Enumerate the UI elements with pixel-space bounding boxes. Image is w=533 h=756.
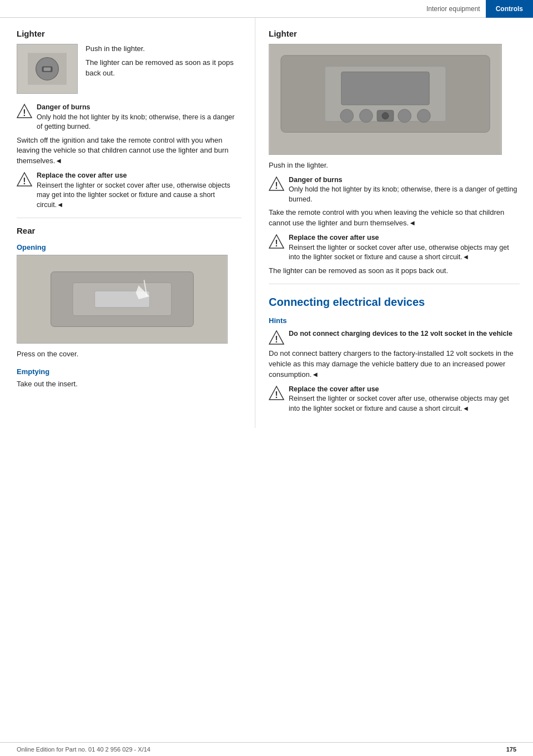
main-content: Lighter Push in the lighter. The lighter…	[0, 18, 533, 428]
hints-subtitle: Hints	[269, 316, 520, 325]
svg-point-20	[398, 109, 411, 123]
divider-2	[269, 284, 520, 284]
connecting-warning2-text: Replace the cover after use Reinsert the…	[289, 385, 520, 414]
left-lighter-para1: Switch off the ignition and take the rem…	[17, 135, 242, 167]
svg-text:!: !	[275, 239, 278, 248]
svg-rect-3	[44, 67, 51, 70]
svg-text:!: !	[275, 181, 278, 190]
right-warning2-body: Reinsert the lighter or socket cover aft…	[289, 244, 509, 261]
footer-text: Online Edition for Part no. 01 40 2 956 …	[17, 746, 150, 753]
warning-icon-2: !	[17, 172, 32, 187]
left-warning2: ! Replace the cover after use Reinsert t…	[17, 171, 242, 210]
right-warning2-title: Replace the cover after use	[289, 234, 379, 241]
connecting-warning-icon-1: !	[269, 330, 284, 345]
connecting-warning1-title: Do not connect charging devices to the 1…	[289, 330, 512, 337]
connecting-warning2: ! Replace the cover after use Reinsert t…	[269, 385, 520, 414]
left-warning2-body: Reinsert the lighter or socket cover aft…	[37, 182, 230, 209]
connecting-warning1: ! Do not connect charging devices to the…	[269, 329, 520, 345]
left-warning1-body: Only hold the hot lighter by its knob; o…	[37, 113, 234, 131]
right-lighter-para1: Take the remote control with you when le…	[269, 208, 520, 229]
left-column: Lighter Push in the lighter. The lighter…	[0, 18, 255, 428]
left-warning1: ! Danger of burns Only hold the hot ligh…	[17, 103, 242, 132]
right-lighter-para2: The lighter can be removed as soon as it…	[269, 266, 520, 276]
connecting-warning2-body: Reinsert the lighter or socket cover aft…	[289, 395, 509, 412]
page-header: Interior equipment Controls	[0, 0, 533, 18]
right-warning2-text: Replace the cover after use Reinsert the…	[289, 233, 520, 263]
lighter-intro-block: Push in the lighter. The lighter can be …	[17, 44, 242, 98]
left-warning2-title: Replace the cover after use	[37, 172, 127, 179]
right-warning1-text: Danger of burns Only hold the hot lighte…	[289, 175, 520, 205]
svg-point-18	[340, 109, 354, 123]
svg-point-23	[382, 113, 389, 119]
svg-point-21	[417, 109, 430, 123]
footer-page: 175	[506, 746, 516, 753]
right-warning-icon-1: !	[269, 176, 284, 191]
lighter-image	[17, 44, 78, 94]
divider-1	[17, 218, 242, 218]
connecting-warning-icon-2: !	[269, 385, 284, 401]
left-opening-desc: Press on the cover.	[17, 349, 242, 360]
header-right-label: Controls	[486, 0, 533, 18]
right-warning-icon-2: !	[269, 234, 284, 249]
page-footer: Online Edition for Part no. 01 40 2 956 …	[0, 742, 533, 756]
connecting-warning1-text: Do not connect charging devices to the 1…	[289, 329, 512, 339]
right-warning1-body: Only hold the hot lighter by its knob; o…	[289, 185, 517, 203]
connecting-para1: Do not connect battery chargers to the f…	[269, 349, 520, 380]
left-warning1-text: Danger of burns Only hold the hot lighte…	[37, 103, 242, 132]
right-lighter-title: Lighter	[269, 29, 520, 38]
left-opening-subtitle: Opening	[17, 243, 242, 251]
svg-text:!: !	[275, 335, 278, 344]
left-emptying-desc: Take out the insert.	[17, 379, 242, 390]
svg-rect-17	[341, 72, 429, 105]
left-lighter-title: Lighter	[17, 29, 242, 38]
right-warning1-title: Danger of burns	[289, 176, 343, 184]
left-emptying-subtitle: Emptying	[17, 367, 242, 376]
left-warning2-text: Replace the cover after use Reinsert the…	[37, 171, 242, 210]
right-warning1: ! Danger of burns Only hold the hot ligh…	[269, 175, 520, 205]
warning-icon-1: !	[17, 103, 32, 119]
svg-text:!: !	[23, 108, 26, 118]
right-warning2: ! Replace the cover after use Reinsert t…	[269, 233, 520, 263]
header-left-label: Interior equipment	[0, 5, 486, 13]
car-interior-image	[269, 44, 502, 155]
left-warning1-title: Danger of burns	[37, 103, 90, 111]
left-rear-title: Rear	[17, 226, 242, 235]
rear-opening-image	[17, 255, 228, 344]
right-lighter-desc1: Push in the lighter.	[269, 160, 520, 171]
connecting-warning2-title: Replace the cover after use	[289, 385, 379, 393]
connecting-devices-title: Connecting electrical devices	[269, 295, 520, 309]
svg-text:!: !	[23, 177, 26, 186]
right-column: Lighter Push in the lighter.	[255, 18, 533, 428]
svg-point-19	[359, 109, 373, 123]
svg-text:!: !	[275, 390, 278, 400]
